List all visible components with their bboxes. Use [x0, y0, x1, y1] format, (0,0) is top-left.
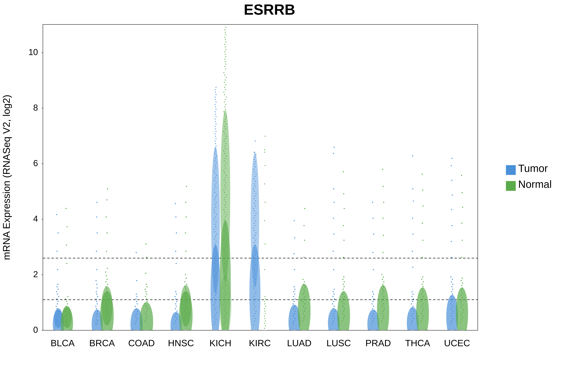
- svg-rect-410: [225, 80, 226, 80]
- svg-rect-674: [382, 252, 383, 253]
- svg-rect-641: [372, 303, 372, 304]
- svg-rect-383: [225, 146, 225, 146]
- svg-rect-498: [254, 171, 255, 172]
- svg-rect-725: [422, 257, 423, 258]
- svg-rect-54: [66, 316, 67, 317]
- svg-rect-376: [225, 163, 226, 164]
- svg-rect-713: [422, 303, 423, 304]
- svg-rect-381: [224, 150, 224, 151]
- svg-rect-546: [293, 296, 294, 297]
- svg-rect-88: [96, 269, 97, 270]
- svg-rect-106: [105, 294, 106, 295]
- svg-rect-277: [215, 158, 216, 159]
- svg-rect-379: [226, 155, 227, 156]
- svg-rect-39: [57, 284, 58, 285]
- svg-rect-710: [422, 311, 423, 312]
- svg-rect-688: [413, 311, 414, 312]
- svg-rect-520: [264, 303, 265, 304]
- svg-rect-686: [411, 316, 412, 317]
- legend-normal-label: Normal: [518, 178, 552, 190]
- svg-rect-250: [215, 224, 216, 225]
- svg-rect-144: [146, 311, 147, 312]
- svg-rect-131: [137, 303, 138, 304]
- svg-rect-709: [421, 313, 422, 314]
- svg-rect-97: [106, 316, 107, 317]
- svg-rect-297: [216, 109, 216, 110]
- svg-rect-154: [147, 286, 147, 287]
- svg-rect-31: [57, 303, 58, 304]
- svg-rect-437: [254, 320, 255, 321]
- svg-rect-388: [224, 133, 225, 134]
- svg-rect-123: [135, 323, 136, 324]
- svg-rect-593: [334, 294, 335, 295]
- svg-rect-35: [57, 294, 58, 295]
- svg-rect-465: [256, 252, 256, 253]
- svg-rect-439: [254, 316, 254, 317]
- svg-rect-537: [294, 318, 295, 319]
- svg-rect-539: [294, 313, 295, 314]
- svg-rect-353: [224, 219, 225, 220]
- svg-rect-140: [145, 320, 146, 322]
- svg-rect-278: [216, 155, 217, 156]
- svg-rect-670: [383, 281, 384, 282]
- svg-rect-129: [136, 308, 137, 309]
- svg-rect-124: [136, 320, 137, 322]
- svg-rect-703: [412, 155, 413, 156]
- svg-rect-524: [264, 269, 265, 270]
- svg-rect-276: [214, 160, 215, 161]
- svg-rect-79: [97, 303, 98, 304]
- svg-rect-358: [225, 207, 226, 208]
- svg-rect-634: [372, 320, 373, 322]
- svg-rect-267: [216, 182, 216, 183]
- svg-rect-227: [216, 280, 216, 281]
- svg-rect-69: [95, 322, 96, 323]
- svg-rect-654: [381, 320, 382, 322]
- svg-rect-482: [254, 210, 255, 211]
- svg-rect-446: [255, 299, 256, 299]
- svg-rect-690: [413, 306, 414, 307]
- svg-rect-185: [186, 313, 187, 314]
- svg-rect-86: [96, 284, 97, 285]
- svg-rect-223: [214, 290, 215, 291]
- svg-rect-59: [67, 303, 68, 304]
- svg-rect-243: [216, 241, 216, 242]
- svg-rect-244: [214, 239, 215, 239]
- svg-rect-296: [215, 111, 216, 112]
- svg-rect-171: [175, 299, 176, 300]
- svg-rect-697: [412, 267, 413, 268]
- svg-rect-543: [293, 303, 294, 304]
- svg-rect-739: [451, 308, 452, 309]
- svg-rect-232: [214, 268, 215, 269]
- svg-rect-757: [452, 194, 453, 195]
- svg-rect-448: [255, 294, 255, 294]
- svg-rect-371: [226, 175, 227, 176]
- svg-rect-396: [224, 114, 225, 115]
- svg-rect-550: [294, 286, 295, 287]
- svg-rect-640: [373, 306, 374, 307]
- svg-rect-234: [215, 263, 216, 264]
- svg-rect-519: [265, 306, 266, 307]
- svg-rect-667: [382, 289, 383, 290]
- svg-rect-150: [145, 296, 146, 297]
- svg-rect-545: [295, 299, 296, 300]
- svg-rect-698: [412, 251, 413, 252]
- svg-rect-726: [422, 240, 423, 241]
- svg-point-432: [219, 275, 231, 336]
- svg-rect-104: [108, 299, 109, 300]
- svg-text:4: 4: [33, 214, 38, 224]
- svg-rect-598: [333, 234, 334, 235]
- svg-rect-73: [97, 320, 98, 322]
- svg-text:10: 10: [28, 47, 38, 57]
- svg-rect-224: [214, 287, 215, 288]
- svg-rect-417: [225, 61, 226, 62]
- svg-rect-416: [225, 64, 226, 65]
- svg-rect-374: [225, 167, 226, 168]
- svg-rect-114: [105, 272, 106, 273]
- svg-rect-547: [294, 294, 295, 295]
- svg-rect-286: [215, 136, 216, 137]
- svg-rect-594: [333, 291, 334, 292]
- svg-rect-753: [451, 257, 452, 258]
- svg-rect-512: [264, 323, 265, 324]
- svg-rect-748: [451, 286, 452, 287]
- svg-rect-143: [145, 313, 146, 314]
